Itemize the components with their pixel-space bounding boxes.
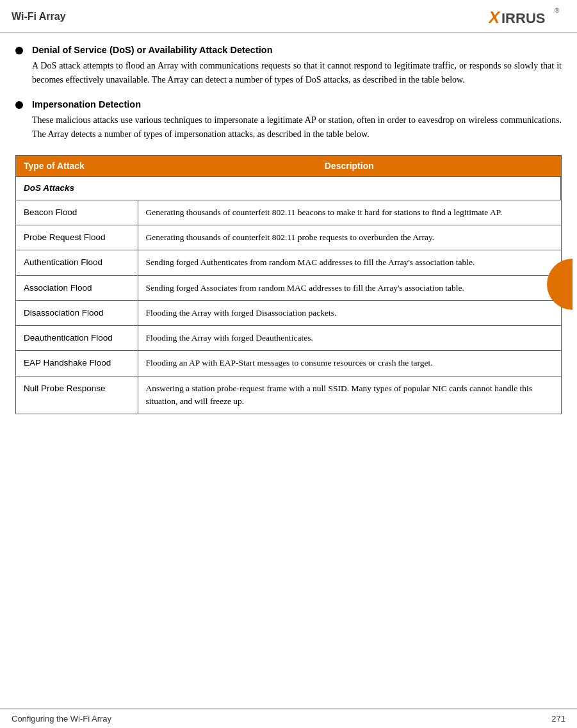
description-cell: Flooding the Array with forged Deauthent… — [138, 326, 561, 351]
table-row: Null Probe ResponseAnswering a station p… — [16, 376, 561, 414]
attack-table-wrapper: Type of Attack Description DoS Attacks B… — [15, 155, 562, 415]
description-cell: Generating thousands of counterfeit 802.… — [138, 225, 561, 250]
table-row: Authentication FloodSending forged Authe… — [16, 250, 561, 275]
page-header: Wi-Fi Array X IRRUS ® — [0, 0, 577, 33]
dos-attacks-label: DoS Attacks — [16, 176, 561, 200]
attack-cell: Beacon Flood — [16, 200, 138, 225]
dos-heading: Denial of Service (DoS) or Availability … — [32, 45, 562, 55]
bullet-dot-dos — [15, 47, 23, 54]
description-cell: Flooding the Array with forged Disassoci… — [138, 300, 561, 325]
impersonation-bullet-section: Impersonation Detection These malicious … — [15, 99, 562, 142]
attack-table: Type of Attack Description DoS Attacks B… — [16, 156, 561, 414]
table-row: Association FloodSending forged Associat… — [16, 275, 561, 300]
dos-attacks-header-row: DoS Attacks — [16, 176, 561, 200]
table-header-row: Type of Attack Description — [16, 156, 561, 177]
xirrus-logo-svg: X IRRUS ® — [489, 5, 565, 28]
svg-text:X: X — [489, 8, 501, 27]
page-footer: Configuring the Wi-Fi Array 271 — [0, 708, 577, 728]
attack-cell: Probe Request Flood — [16, 225, 138, 250]
col-header-description: Description — [138, 156, 561, 177]
attack-cell: Disassociation Flood — [16, 300, 138, 325]
dos-bullet-section: Denial of Service (DoS) or Availability … — [15, 45, 562, 88]
dos-content: Denial of Service (DoS) or Availability … — [32, 45, 562, 88]
description-cell: Flooding an AP with EAP-Start messages t… — [138, 351, 561, 376]
bullet-dot-impersonation — [15, 101, 23, 109]
table-row: Probe Request FloodGenerating thousands … — [16, 225, 561, 250]
attack-cell: Authentication Flood — [16, 250, 138, 275]
col-header-attack: Type of Attack — [16, 156, 138, 177]
svg-text:®: ® — [555, 7, 560, 14]
table-row: EAP Handshake FloodFlooding an AP with E… — [16, 351, 561, 376]
svg-text:IRRUS: IRRUS — [501, 10, 545, 26]
header-title: Wi-Fi Array — [12, 11, 66, 22]
description-cell: Sending forged Authenticates from random… — [138, 250, 561, 275]
description-cell: Generating thousands of counterfeit 802.… — [138, 200, 561, 225]
attack-cell: Null Probe Response — [16, 376, 138, 414]
impersonation-text: These malicious attacks use various tech… — [32, 113, 562, 142]
description-cell: Sending forged Associates from random MA… — [138, 275, 561, 300]
impersonation-content: Impersonation Detection These malicious … — [32, 99, 562, 142]
main-content: Denial of Service (DoS) or Availability … — [0, 33, 577, 439]
logo: X IRRUS ® — [489, 5, 565, 28]
dos-text: A DoS attack attempts to flood an Array … — [32, 59, 562, 88]
attack-cell: Deauthentication Flood — [16, 326, 138, 351]
table-row: Deauthentication FloodFlooding the Array… — [16, 326, 561, 351]
impersonation-heading: Impersonation Detection — [32, 99, 562, 109]
footer-left: Configuring the Wi-Fi Array — [12, 714, 111, 724]
table-row: Disassociation FloodFlooding the Array w… — [16, 300, 561, 325]
description-cell: Answering a station probe-request frame … — [138, 376, 561, 414]
attack-cell: Association Flood — [16, 275, 138, 300]
table-row: Beacon FloodGenerating thousands of coun… — [16, 200, 561, 225]
footer-right: 271 — [551, 714, 565, 724]
attack-cell: EAP Handshake Flood — [16, 351, 138, 376]
